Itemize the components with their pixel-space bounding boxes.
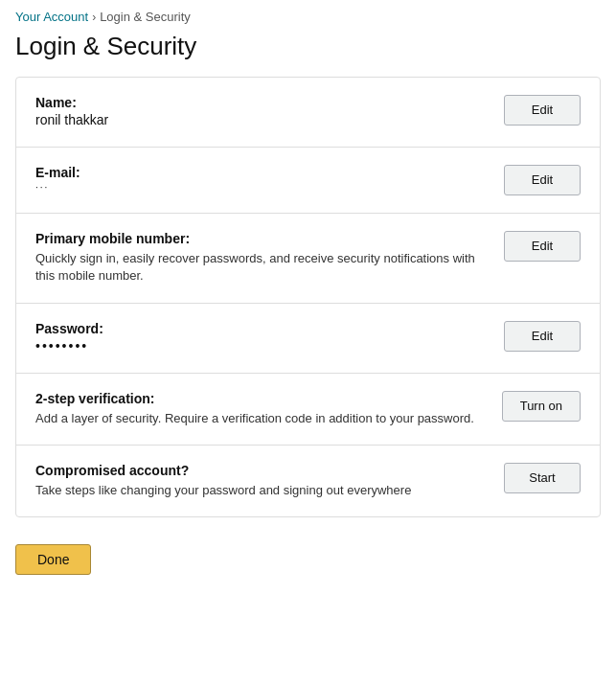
two-step-row: 2-step verification: Add a layer of secu… bbox=[16, 374, 600, 446]
password-edit-button[interactable]: Edit bbox=[504, 321, 581, 352]
mobile-label: Primary mobile number: bbox=[35, 231, 485, 246]
compromised-action: Start bbox=[504, 463, 581, 493]
security-settings-card: Name: ronil thakkar Edit E-mail: ··· Edi… bbox=[15, 77, 601, 517]
done-button[interactable]: Done bbox=[15, 544, 91, 575]
mobile-description: Quickly sign in, easily recover password… bbox=[35, 250, 485, 285]
name-value: ronil thakkar bbox=[35, 112, 485, 127]
two-step-description: Add a layer of security. Require a verif… bbox=[35, 410, 483, 427]
password-label: Password: bbox=[35, 321, 485, 336]
mobile-edit-button[interactable]: Edit bbox=[504, 231, 581, 262]
password-action: Edit bbox=[504, 321, 581, 352]
two-step-label: 2-step verification: bbox=[35, 391, 483, 406]
compromised-start-button[interactable]: Start bbox=[504, 463, 581, 493]
password-row: Password: •••••••• Edit bbox=[16, 304, 600, 374]
email-content: E-mail: ··· bbox=[35, 165, 504, 194]
page-title: Login & Security bbox=[0, 28, 616, 77]
breadcrumb: Your Account › Login & Security bbox=[0, 0, 616, 28]
password-content: Password: •••••••• bbox=[35, 321, 504, 355]
name-action: Edit bbox=[504, 95, 581, 126]
email-value: ··· bbox=[35, 182, 485, 193]
compromised-row: Compromised account? Take steps like cha… bbox=[16, 446, 600, 516]
breadcrumb-separator: › bbox=[92, 11, 96, 24]
email-row: E-mail: ··· Edit bbox=[16, 148, 600, 214]
mobile-row: Primary mobile number: Quickly sign in, … bbox=[16, 214, 600, 303]
breadcrumb-current: Login & Security bbox=[100, 10, 191, 24]
compromised-content: Compromised account? Take steps like cha… bbox=[35, 463, 504, 499]
name-content: Name: ronil thakkar bbox=[35, 95, 504, 129]
name-label: Name: bbox=[35, 95, 485, 110]
two-step-content: 2-step verification: Add a layer of secu… bbox=[35, 391, 502, 427]
name-row: Name: ronil thakkar Edit bbox=[16, 78, 600, 148]
two-step-turn-on-button[interactable]: Turn on bbox=[502, 391, 581, 422]
password-value: •••••••• bbox=[35, 338, 485, 354]
compromised-description: Take steps like changing your password a… bbox=[35, 482, 485, 499]
breadcrumb-account-link[interactable]: Your Account bbox=[15, 10, 88, 24]
email-edit-button[interactable]: Edit bbox=[504, 165, 581, 195]
mobile-content: Primary mobile number: Quickly sign in, … bbox=[35, 231, 504, 285]
name-edit-button[interactable]: Edit bbox=[504, 95, 581, 126]
compromised-label: Compromised account? bbox=[35, 463, 485, 478]
two-step-action: Turn on bbox=[502, 391, 581, 422]
email-action: Edit bbox=[504, 165, 581, 195]
email-label: E-mail: bbox=[35, 165, 485, 180]
mobile-action: Edit bbox=[504, 231, 581, 262]
